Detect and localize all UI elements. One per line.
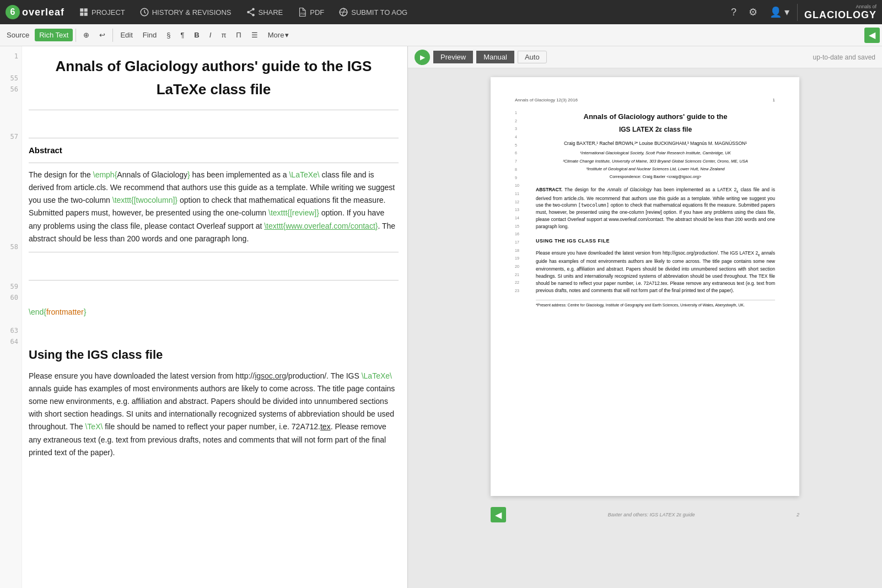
end-frontmatter: \end{frontmatter}	[29, 306, 399, 319]
latex-end: \end{	[29, 308, 46, 316]
svg-rect-3	[84, 13, 88, 16]
special-button[interactable]: Π	[232, 29, 245, 41]
svg-point-7	[252, 14, 255, 17]
pdf-linenum-19: 19	[515, 255, 527, 263]
user-button[interactable]: 👤 ▾	[765, 4, 794, 20]
journal-big: GLACIOLOGY	[804, 9, 876, 21]
preview-content[interactable]: Annals of Glaciology 12(3) 2016 1 1 2 3 …	[408, 68, 882, 588]
pdf-linenum-11: 11	[515, 190, 527, 198]
toolbar-separator-2	[112, 29, 113, 42]
compile-button[interactable]: ▶	[415, 50, 430, 65]
top-nav: 6 overleaf PROJECT HISTORY & REVISIONS S…	[0, 0, 882, 24]
more-button[interactable]: More ▾	[263, 29, 294, 41]
settings-button[interactable]: ⚙	[744, 4, 762, 20]
collapse-editor-button[interactable]: ◀	[864, 28, 880, 43]
svg-text:PDF: PDF	[300, 12, 306, 15]
more-chevron-icon: ▾	[285, 31, 289, 39]
pdf-journal-ref: Annals of Glaciology 12(3) 2016	[515, 97, 578, 104]
project-icon	[79, 7, 89, 17]
svg-point-5	[252, 8, 255, 11]
bold-button[interactable]: B	[190, 29, 203, 41]
paragraph-button[interactable]: ¶	[176, 29, 189, 41]
toolbar-separator-1	[76, 29, 76, 42]
play-icon: ▶	[420, 53, 425, 61]
history-button[interactable]: HISTORY & REVISIONS	[134, 5, 237, 19]
share-icon	[246, 7, 256, 17]
line-num-blank2	[0, 95, 18, 106]
italic-button[interactable]: I	[205, 29, 216, 41]
share-label: SHARE	[259, 8, 283, 17]
line-num-60: 60	[0, 292, 18, 303]
list-button[interactable]: ☰	[247, 29, 262, 41]
pdf-page-num: 1	[773, 97, 775, 104]
prev-page-button[interactable]: ◀	[491, 507, 506, 522]
pdf-linenum-20: 20	[515, 263, 527, 271]
pdf-linenum-1: 1	[515, 109, 527, 117]
edit-button[interactable]: Edit	[116, 29, 137, 41]
line-num-55: 55	[0, 73, 18, 84]
pdf-linenum-2: 2	[515, 117, 527, 126]
pdf-button[interactable]: PDF PDF	[292, 5, 330, 19]
share-button[interactable]: SHARE	[240, 5, 289, 19]
svg-line-8	[249, 13, 252, 14]
pdf-affil2: ²Climate Change Institute, University of…	[536, 158, 775, 164]
pdf-linenum-17: 17	[515, 239, 527, 247]
latex-tex: \TeX\	[85, 422, 103, 431]
line-num-blank4	[0, 117, 18, 128]
pdf-icon: PDF	[297, 7, 307, 17]
line-num-blank5: 58	[0, 241, 18, 252]
emph-content: Annals of Glaciology	[117, 170, 187, 179]
submit-button[interactable]: SUBMIT TO AOG	[333, 5, 413, 19]
document-title: Annals of Glaciology authors' guide to t…	[29, 55, 399, 101]
journal-logo: Annals of GLACIOLOGY	[797, 4, 876, 21]
pdf-section-title: USING THE IGS CLASS FILE	[536, 238, 775, 245]
history-label: HISTORY & REVISIONS	[152, 8, 232, 17]
preview-label[interactable]: Preview	[433, 51, 473, 63]
pdf-linenum-10: 10	[515, 182, 527, 190]
pdf-page-1: Annals of Glaciology 12(3) 2016 1 1 2 3 …	[491, 77, 799, 496]
project-button[interactable]: PROJECT	[73, 5, 131, 19]
pdf-linenum-3: 3	[515, 125, 527, 133]
submit-icon	[338, 7, 348, 17]
divider-4	[29, 252, 399, 252]
pdf-linenum-8: 8	[515, 166, 527, 174]
line-num-62	[0, 314, 18, 325]
igsoc-url: igsoc.org	[255, 371, 286, 380]
pdf-footer-pagenum: 2	[797, 512, 799, 517]
pdf-linenum-21: 21	[515, 271, 527, 279]
main-layout: 1 55 56 57 58 59 60 63 64 Annals of Glac…	[0, 46, 882, 588]
auto-tab[interactable]: Auto	[518, 51, 547, 63]
manual-tab[interactable]: Manual	[476, 51, 514, 63]
journal-small: Annals of	[856, 4, 876, 9]
preview-pane: ▶ Preview Manual Auto up-to-date and sav…	[408, 46, 882, 588]
pi-button[interactable]: π	[217, 29, 230, 41]
pdf-header: Annals of Glaciology 12(3) 2016 1	[515, 97, 775, 104]
line-num-61	[0, 303, 18, 314]
line-numbers: 1 55 56 57 58 59 60 63 64	[0, 46, 22, 588]
tex-underline: tex	[320, 422, 331, 431]
abstract-paragraph: The design for the \emph{Annals of Glaci…	[29, 169, 399, 245]
section-button[interactable]: §	[162, 29, 175, 41]
editor-toolbar: Source Rich Text ⊕ ↩ Edit Find § ¶ B I π…	[0, 24, 882, 46]
pdf-footer-text: Baxter and others: IGS LATEX 2ε guide	[608, 512, 695, 517]
pdf-linenum-9: 9	[515, 174, 527, 182]
svg-rect-1	[84, 8, 88, 12]
editor-text-area[interactable]: Annals of Glaciology authors' guide to t…	[22, 46, 407, 588]
svg-line-9	[249, 10, 252, 12]
pdf-affil3: ³Institute of Geological and Nuclear Sci…	[536, 166, 775, 172]
insert-button[interactable]: ⊕	[79, 29, 94, 41]
history-toolbar-button[interactable]: ↩	[95, 29, 110, 41]
save-status: up-to-date and saved	[813, 53, 875, 61]
divider-3	[29, 163, 399, 163]
divider-5	[29, 280, 399, 280]
find-button[interactable]: Find	[138, 29, 161, 41]
help-button[interactable]: ?	[727, 4, 741, 20]
pdf-abstract: ABSTRACT. The design for the Annals of G…	[536, 186, 775, 230]
latex-texttt1: \texttt{[twocolumn]}	[112, 196, 178, 204]
svg-point-6	[247, 11, 250, 14]
pdf-authors: Craig BAXTER,¹ Rachel BROWN,²* Louise BU…	[536, 140, 775, 147]
source-tab[interactable]: Source	[2, 29, 34, 41]
svg-rect-0	[80, 8, 83, 12]
richtext-tab[interactable]: Rich Text	[35, 29, 73, 41]
latex-emph: \emph{	[93, 170, 117, 179]
